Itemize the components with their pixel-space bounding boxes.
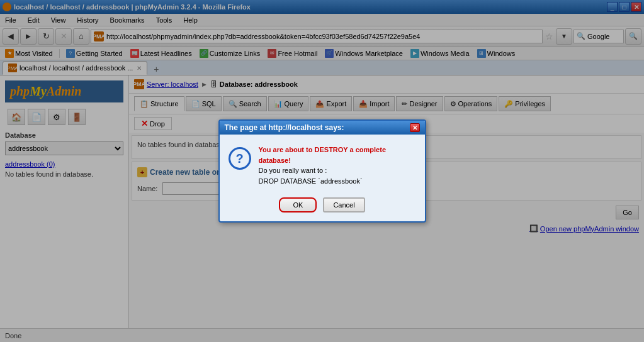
- dialog-warning-icon: ?: [229, 147, 251, 170]
- dialog-message: You are about to DESTROY a complete data…: [259, 145, 416, 186]
- dialog-close-button[interactable]: ✕: [410, 123, 420, 132]
- dialog-msg-line1: You are about to DESTROY a complete data…: [259, 146, 387, 164]
- dialog-buttons: OK Cancel: [220, 192, 425, 221]
- dialog-ok-button[interactable]: OK: [279, 197, 317, 212]
- dialog-cancel-button[interactable]: Cancel: [323, 197, 364, 212]
- dialog-msg-line3: DROP DATABASE `addressbook`: [259, 176, 416, 187]
- dialog-body: ? You are about to DESTROY a complete da…: [220, 135, 425, 192]
- dialog-titlebar: The page at http://localhost says: ✕: [220, 121, 425, 135]
- dialog-overlay: The page at http://localhost says: ✕ ? Y…: [0, 0, 644, 342]
- dialog: The page at http://localhost says: ✕ ? Y…: [218, 119, 426, 223]
- dialog-title: The page at http://localhost says:: [225, 123, 344, 132]
- dialog-msg-line2: Do you really want to :: [259, 165, 416, 176]
